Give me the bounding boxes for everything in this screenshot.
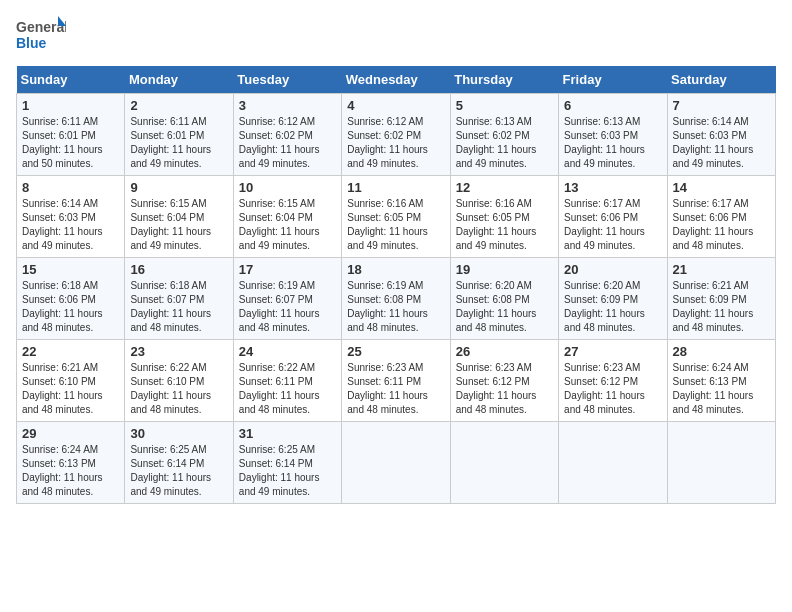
- calendar-day: [559, 422, 667, 504]
- day-info: Sunrise: 6:19 AMSunset: 6:07 PMDaylight:…: [239, 279, 336, 335]
- day-number: 22: [22, 344, 119, 359]
- calendar-day: 16Sunrise: 6:18 AMSunset: 6:07 PMDayligh…: [125, 258, 233, 340]
- day-number: 21: [673, 262, 770, 277]
- day-number: 30: [130, 426, 227, 441]
- calendar-day: 28Sunrise: 6:24 AMSunset: 6:13 PMDayligh…: [667, 340, 775, 422]
- day-info: Sunrise: 6:16 AMSunset: 6:05 PMDaylight:…: [347, 197, 444, 253]
- weekday-header: Sunday: [17, 66, 125, 94]
- calendar-day: 22Sunrise: 6:21 AMSunset: 6:10 PMDayligh…: [17, 340, 125, 422]
- calendar-day: 12Sunrise: 6:16 AMSunset: 6:05 PMDayligh…: [450, 176, 558, 258]
- day-number: 9: [130, 180, 227, 195]
- day-info: Sunrise: 6:23 AMSunset: 6:11 PMDaylight:…: [347, 361, 444, 417]
- calendar-day: 26Sunrise: 6:23 AMSunset: 6:12 PMDayligh…: [450, 340, 558, 422]
- calendar-day: 7Sunrise: 6:14 AMSunset: 6:03 PMDaylight…: [667, 94, 775, 176]
- calendar-week-row: 8Sunrise: 6:14 AMSunset: 6:03 PMDaylight…: [17, 176, 776, 258]
- day-number: 10: [239, 180, 336, 195]
- weekday-header: Wednesday: [342, 66, 450, 94]
- calendar-day: 10Sunrise: 6:15 AMSunset: 6:04 PMDayligh…: [233, 176, 341, 258]
- day-number: 27: [564, 344, 661, 359]
- day-info: Sunrise: 6:21 AMSunset: 6:09 PMDaylight:…: [673, 279, 770, 335]
- day-number: 19: [456, 262, 553, 277]
- calendar-day: 11Sunrise: 6:16 AMSunset: 6:05 PMDayligh…: [342, 176, 450, 258]
- header-row: SundayMondayTuesdayWednesdayThursdayFrid…: [17, 66, 776, 94]
- calendar-day: 9Sunrise: 6:15 AMSunset: 6:04 PMDaylight…: [125, 176, 233, 258]
- day-number: 6: [564, 98, 661, 113]
- calendar-week-row: 1Sunrise: 6:11 AMSunset: 6:01 PMDaylight…: [17, 94, 776, 176]
- day-info: Sunrise: 6:12 AMSunset: 6:02 PMDaylight:…: [239, 115, 336, 171]
- day-info: Sunrise: 6:24 AMSunset: 6:13 PMDaylight:…: [673, 361, 770, 417]
- calendar-day: 27Sunrise: 6:23 AMSunset: 6:12 PMDayligh…: [559, 340, 667, 422]
- day-number: 12: [456, 180, 553, 195]
- day-number: 5: [456, 98, 553, 113]
- day-info: Sunrise: 6:17 AMSunset: 6:06 PMDaylight:…: [564, 197, 661, 253]
- day-info: Sunrise: 6:22 AMSunset: 6:10 PMDaylight:…: [130, 361, 227, 417]
- calendar-day: [450, 422, 558, 504]
- calendar-day: 24Sunrise: 6:22 AMSunset: 6:11 PMDayligh…: [233, 340, 341, 422]
- calendar-day: 5Sunrise: 6:13 AMSunset: 6:02 PMDaylight…: [450, 94, 558, 176]
- day-number: 24: [239, 344, 336, 359]
- calendar-day: 13Sunrise: 6:17 AMSunset: 6:06 PMDayligh…: [559, 176, 667, 258]
- day-number: 8: [22, 180, 119, 195]
- day-info: Sunrise: 6:20 AMSunset: 6:09 PMDaylight:…: [564, 279, 661, 335]
- day-info: Sunrise: 6:15 AMSunset: 6:04 PMDaylight:…: [239, 197, 336, 253]
- calendar-week-row: 22Sunrise: 6:21 AMSunset: 6:10 PMDayligh…: [17, 340, 776, 422]
- day-number: 3: [239, 98, 336, 113]
- day-info: Sunrise: 6:18 AMSunset: 6:06 PMDaylight:…: [22, 279, 119, 335]
- calendar-day: 8Sunrise: 6:14 AMSunset: 6:03 PMDaylight…: [17, 176, 125, 258]
- day-info: Sunrise: 6:13 AMSunset: 6:02 PMDaylight:…: [456, 115, 553, 171]
- calendar-day: 17Sunrise: 6:19 AMSunset: 6:07 PMDayligh…: [233, 258, 341, 340]
- day-info: Sunrise: 6:16 AMSunset: 6:05 PMDaylight:…: [456, 197, 553, 253]
- day-number: 26: [456, 344, 553, 359]
- day-number: 23: [130, 344, 227, 359]
- calendar-day: 21Sunrise: 6:21 AMSunset: 6:09 PMDayligh…: [667, 258, 775, 340]
- svg-text:Blue: Blue: [16, 35, 47, 51]
- day-number: 28: [673, 344, 770, 359]
- calendar-day: 15Sunrise: 6:18 AMSunset: 6:06 PMDayligh…: [17, 258, 125, 340]
- day-info: Sunrise: 6:14 AMSunset: 6:03 PMDaylight:…: [673, 115, 770, 171]
- day-info: Sunrise: 6:14 AMSunset: 6:03 PMDaylight:…: [22, 197, 119, 253]
- day-info: Sunrise: 6:24 AMSunset: 6:13 PMDaylight:…: [22, 443, 119, 499]
- day-number: 25: [347, 344, 444, 359]
- day-number: 18: [347, 262, 444, 277]
- day-number: 15: [22, 262, 119, 277]
- day-number: 31: [239, 426, 336, 441]
- calendar-table: SundayMondayTuesdayWednesdayThursdayFrid…: [16, 66, 776, 504]
- logo: General Blue: [16, 16, 66, 56]
- day-number: 7: [673, 98, 770, 113]
- day-number: 13: [564, 180, 661, 195]
- calendar-day: 2Sunrise: 6:11 AMSunset: 6:01 PMDaylight…: [125, 94, 233, 176]
- day-number: 11: [347, 180, 444, 195]
- day-number: 14: [673, 180, 770, 195]
- weekday-header: Friday: [559, 66, 667, 94]
- day-info: Sunrise: 6:19 AMSunset: 6:08 PMDaylight:…: [347, 279, 444, 335]
- calendar-day: 23Sunrise: 6:22 AMSunset: 6:10 PMDayligh…: [125, 340, 233, 422]
- day-info: Sunrise: 6:23 AMSunset: 6:12 PMDaylight:…: [456, 361, 553, 417]
- day-info: Sunrise: 6:11 AMSunset: 6:01 PMDaylight:…: [130, 115, 227, 171]
- day-number: 16: [130, 262, 227, 277]
- calendar-day: 25Sunrise: 6:23 AMSunset: 6:11 PMDayligh…: [342, 340, 450, 422]
- weekday-header: Thursday: [450, 66, 558, 94]
- day-info: Sunrise: 6:13 AMSunset: 6:03 PMDaylight:…: [564, 115, 661, 171]
- calendar-day: 31Sunrise: 6:25 AMSunset: 6:14 PMDayligh…: [233, 422, 341, 504]
- calendar-day: 30Sunrise: 6:25 AMSunset: 6:14 PMDayligh…: [125, 422, 233, 504]
- calendar-day: 14Sunrise: 6:17 AMSunset: 6:06 PMDayligh…: [667, 176, 775, 258]
- calendar-day: 19Sunrise: 6:20 AMSunset: 6:08 PMDayligh…: [450, 258, 558, 340]
- day-number: 1: [22, 98, 119, 113]
- calendar-day: [667, 422, 775, 504]
- day-info: Sunrise: 6:11 AMSunset: 6:01 PMDaylight:…: [22, 115, 119, 171]
- day-info: Sunrise: 6:23 AMSunset: 6:12 PMDaylight:…: [564, 361, 661, 417]
- day-info: Sunrise: 6:18 AMSunset: 6:07 PMDaylight:…: [130, 279, 227, 335]
- calendar-day: 4Sunrise: 6:12 AMSunset: 6:02 PMDaylight…: [342, 94, 450, 176]
- weekday-header: Monday: [125, 66, 233, 94]
- weekday-header: Tuesday: [233, 66, 341, 94]
- calendar-week-row: 29Sunrise: 6:24 AMSunset: 6:13 PMDayligh…: [17, 422, 776, 504]
- page-header: General Blue: [16, 16, 776, 56]
- day-info: Sunrise: 6:20 AMSunset: 6:08 PMDaylight:…: [456, 279, 553, 335]
- day-info: Sunrise: 6:17 AMSunset: 6:06 PMDaylight:…: [673, 197, 770, 253]
- day-info: Sunrise: 6:12 AMSunset: 6:02 PMDaylight:…: [347, 115, 444, 171]
- day-info: Sunrise: 6:25 AMSunset: 6:14 PMDaylight:…: [130, 443, 227, 499]
- day-info: Sunrise: 6:25 AMSunset: 6:14 PMDaylight:…: [239, 443, 336, 499]
- day-info: Sunrise: 6:15 AMSunset: 6:04 PMDaylight:…: [130, 197, 227, 253]
- calendar-day: 29Sunrise: 6:24 AMSunset: 6:13 PMDayligh…: [17, 422, 125, 504]
- day-info: Sunrise: 6:22 AMSunset: 6:11 PMDaylight:…: [239, 361, 336, 417]
